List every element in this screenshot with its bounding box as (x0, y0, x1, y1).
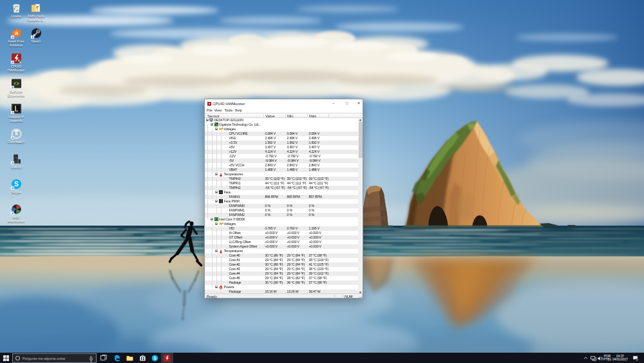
svg-text:S: S (14, 180, 18, 188)
svg-text:S: S (153, 355, 156, 360)
